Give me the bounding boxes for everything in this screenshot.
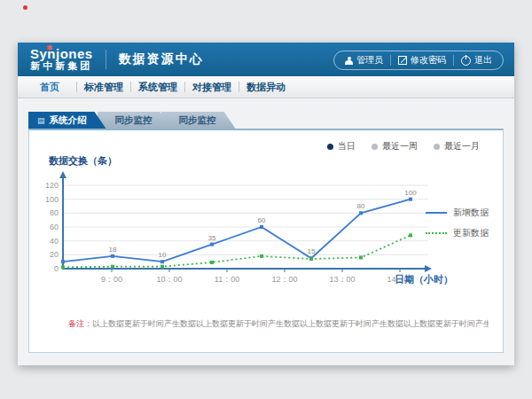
- filter-last-month[interactable]: 最近一月: [434, 140, 480, 153]
- dotted-line-icon: [426, 232, 447, 234]
- tab-sync-monitor-1[interactable]: 同步监控: [98, 112, 172, 129]
- app-header: ✱ Synjones 新中新集团 数据资源中心 管理员 修改密码: [18, 43, 514, 76]
- svg-text:35: 35: [208, 234, 216, 242]
- document-icon: ▤: [37, 113, 45, 129]
- legend-item-new-data[interactable]: 新增数据: [426, 207, 489, 219]
- tab-label: 同步监控: [115, 114, 153, 125]
- radio-selected-icon: [327, 144, 333, 150]
- chart-legend: 新增数据 更新数据: [426, 207, 489, 247]
- red-dot: [23, 5, 27, 10]
- page-title: 数据资源中心: [119, 51, 204, 67]
- footnote: 备注：以上数据更新于时间产生数据以上数据更新于时间产生数据以上数据更新于时间产生…: [68, 318, 489, 329]
- change-password-button[interactable]: 修改密码: [391, 54, 453, 66]
- user-icon: [345, 57, 353, 65]
- logo-star-icon: ✱: [46, 44, 53, 52]
- change-password-label: 修改密码: [411, 54, 446, 66]
- radio-icon: [434, 144, 440, 150]
- legend-label: 更新数据: [453, 227, 489, 239]
- svg-text:60: 60: [50, 223, 59, 231]
- filter-today[interactable]: 当日: [327, 140, 356, 153]
- svg-text:15: 15: [308, 247, 316, 255]
- legend-item-updated-data[interactable]: 更新数据: [426, 227, 489, 239]
- svg-text:80: 80: [357, 202, 365, 210]
- solid-line-icon: [426, 212, 447, 214]
- svg-text:9：00: 9：00: [101, 275, 122, 284]
- tab-system-intro[interactable]: ▤系统介绍: [28, 112, 106, 129]
- svg-text:20: 20: [50, 250, 59, 259]
- nav-item-interface-mgmt[interactable]: 对接管理: [185, 81, 239, 94]
- svg-text:10：00: 10：00: [156, 275, 182, 284]
- line-chart: 0204060801001209：0010：0011：0012：0013：001…: [29, 169, 455, 293]
- svg-text:80: 80: [50, 208, 59, 217]
- filter-label: 最近一月: [444, 140, 480, 153]
- content-area: ▤系统介绍 同步监控 同步监控 当日 最近一周: [18, 98, 514, 365]
- user-menu[interactable]: 管理员: [338, 54, 390, 66]
- svg-text:120: 120: [45, 181, 59, 190]
- tab-label: 同步监控: [179, 114, 216, 125]
- svg-text:60: 60: [258, 216, 266, 224]
- main-nav: 首页 标准管理 系统管理 对接管理 数据异动: [18, 76, 514, 98]
- svg-text:12：00: 12：00: [271, 275, 297, 284]
- tab-bar: ▤系统介绍 同步监控 同步监控: [28, 112, 236, 129]
- svg-text:11：00: 11：00: [215, 275, 239, 284]
- svg-text:100: 100: [404, 189, 417, 197]
- logout-label: 退出: [474, 54, 492, 66]
- legend-label: 新增数据: [453, 207, 489, 219]
- nav-item-data-change[interactable]: 数据异动: [239, 81, 293, 94]
- nav-item-system-mgmt[interactable]: 系统管理: [131, 81, 184, 94]
- tab-sync-monitor-2[interactable]: 同步监控: [161, 112, 236, 129]
- nav-item-standard-mgmt[interactable]: 标准管理: [77, 81, 130, 94]
- tab-label: 系统介绍: [50, 114, 87, 125]
- svg-text:10: 10: [159, 251, 167, 259]
- power-icon: [461, 56, 471, 66]
- radio-icon: [372, 144, 378, 150]
- logout-button[interactable]: 退出: [454, 54, 499, 66]
- nav-item-home[interactable]: 首页: [23, 81, 76, 94]
- svg-text:0: 0: [54, 264, 59, 273]
- svg-text:18: 18: [109, 246, 117, 254]
- user-name: 管理员: [356, 54, 383, 66]
- filter-label: 最近一周: [382, 140, 418, 153]
- svg-text:40: 40: [50, 237, 59, 246]
- app-window: ✱ Synjones 新中新集团 数据资源中心 管理员 修改密码: [18, 43, 514, 365]
- time-range-filter: 当日 最近一周 最近一月: [327, 140, 480, 153]
- user-toolbar: 管理员 修改密码 退出: [333, 51, 504, 70]
- footnote-prefix: 备注：: [68, 319, 92, 328]
- desktop-background: ✱ Synjones 新中新集团 数据资源中心 管理员 修改密码: [0, 0, 532, 399]
- edit-icon: [398, 56, 407, 65]
- svg-text:13：00: 13：00: [329, 275, 355, 284]
- logo-text-en: Synjones: [30, 48, 93, 60]
- logo-text-cn: 新中新集团: [30, 60, 93, 71]
- filter-label: 当日: [338, 140, 356, 153]
- header-divider: [106, 50, 106, 69]
- logo[interactable]: ✱ Synjones 新中新集团: [27, 48, 93, 71]
- footnote-text: 以上数据更新于时间产生数据以上数据更新于时间产生数据以上数据更新于时间产生数据以…: [92, 319, 489, 328]
- y-axis-title: 数据交换（条）: [49, 154, 117, 168]
- filter-last-week[interactable]: 最近一周: [372, 140, 418, 153]
- svg-text:日期（小时）: 日期（小时）: [395, 274, 453, 286]
- chart-panel: 当日 最近一周 最近一月 数据交换（条） 0204060801001209：00…: [28, 129, 504, 353]
- svg-text:100: 100: [45, 195, 59, 204]
